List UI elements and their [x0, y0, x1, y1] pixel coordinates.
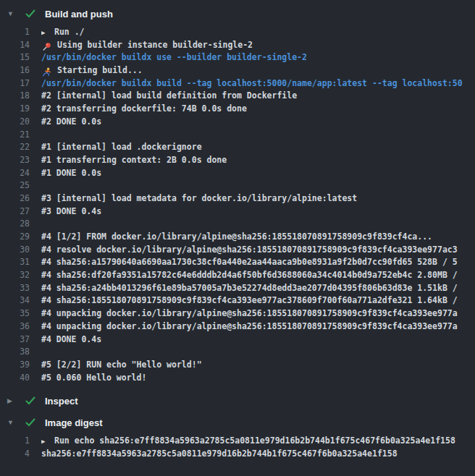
expand-group-icon[interactable]: ▶: [41, 27, 50, 39]
log-line: 35#4 unpacking docker.io/library/alpine@…: [0, 307, 475, 320]
line-text: Using builder instance builder-single-2: [57, 40, 253, 50]
log-line: 1▶Run ./: [0, 26, 475, 39]
section-build-and-push: ▼Build and push1▶Run ./14Using builder i…: [0, 6, 475, 384]
line-number[interactable]: 1: [0, 26, 30, 39]
line-text: #4 unpacking docker.io/library/alpine@sh…: [41, 308, 458, 318]
line-number[interactable]: 22: [0, 141, 30, 154]
section-inspect: ▶Inspect: [0, 393, 475, 409]
line-number[interactable]: 32: [0, 269, 30, 282]
log-line: 30#4 resolve docker.io/library/alpine@sh…: [0, 244, 475, 257]
log-line: 18#2 [internal] load build definition fr…: [0, 90, 475, 103]
line-text: Starting build...: [57, 65, 143, 75]
log-line: 20#2 DONE 0.0s: [0, 116, 475, 129]
section-header-image-digest[interactable]: ▼Image digest: [0, 415, 475, 430]
line-number[interactable]: 33: [0, 282, 30, 295]
log-line: 40#5 0.060 Hello world!: [0, 372, 475, 385]
line-content: #5 0.060 Hello world!: [41, 372, 475, 385]
log-line: 28: [0, 218, 475, 231]
line-content: #4 [1/2] FROM docker.io/library/alpine@s…: [41, 231, 475, 244]
log-line: 27#3 DONE 0.4s: [0, 205, 475, 218]
log-line: 29#4 [1/2] FROM docker.io/library/alpine…: [0, 231, 475, 244]
line-number[interactable]: 19: [0, 103, 30, 116]
log-lines: 1▶Run echo sha256:e7ff8834a5963a2785c5a0…: [0, 435, 475, 460]
line-number[interactable]: 14: [0, 39, 30, 52]
success-check-icon: [25, 395, 36, 407]
line-text: #5 [2/2] RUN echo "Hello world!": [41, 360, 202, 370]
line-number[interactable]: 18: [0, 90, 30, 103]
log-line: 22#1 [internal] load .dockerignore: [0, 141, 475, 154]
line-text: #1 [internal] load .dockerignore: [41, 142, 202, 152]
chevron-right-icon[interactable]: ▶: [7, 393, 25, 409]
runner-icon: [41, 66, 52, 77]
line-content: #4 unpacking docker.io/library/alpine@sh…: [41, 307, 475, 320]
section-image-digest: ▼Image digest1▶Run echo sha256:e7ff8834a…: [0, 415, 475, 460]
section-header-build-and-push[interactable]: ▼Build and push: [0, 6, 475, 22]
log-line: 19#2 transferring dockerfile: 74B 0.0s d…: [0, 103, 475, 116]
line-content: #4 DONE 0.4s: [41, 333, 475, 347]
section-title: Image digest: [45, 417, 102, 428]
line-content: [41, 218, 475, 231]
line-number[interactable]: 29: [0, 231, 30, 244]
log-line: 33#4 sha256:a24bb4013296f61e89ba57005a7b…: [0, 282, 475, 295]
pushpin-icon: [41, 41, 52, 52]
line-number[interactable]: 36: [0, 320, 30, 333]
chevron-down-icon[interactable]: ▼: [7, 6, 25, 22]
line-number[interactable]: 17: [0, 77, 30, 90]
line-text: #4 sha256:df20fa9351a15782c64e6dddb2d4a6…: [41, 270, 458, 280]
log-line: 21: [0, 129, 475, 142]
line-number[interactable]: 25: [0, 179, 30, 192]
line-number[interactable]: 28: [0, 218, 30, 231]
line-content: ▶Run echo sha256:e7ff8834a5963a2785c5a08…: [41, 435, 475, 448]
line-text: #4 DONE 0.4s: [41, 334, 101, 344]
line-number[interactable]: 15: [0, 51, 30, 64]
line-text: /usr/bin/docker buildx use --builder bui…: [41, 52, 307, 62]
line-number[interactable]: 30: [0, 244, 30, 257]
line-number[interactable]: 24: [0, 167, 30, 180]
line-number[interactable]: 26: [0, 192, 30, 205]
line-number[interactable]: 31: [0, 256, 30, 269]
line-content: #3 DONE 0.4s: [41, 205, 475, 218]
log-line: 38: [0, 346, 475, 359]
line-number[interactable]: 4: [0, 448, 30, 461]
line-number[interactable]: 40: [0, 372, 30, 385]
line-number[interactable]: 37: [0, 333, 30, 347]
line-text: #3 [internal] load metadata for docker.i…: [41, 193, 357, 203]
line-number[interactable]: 39: [0, 359, 30, 372]
line-content: #2 DONE 0.0s: [41, 116, 475, 129]
line-content: #1 transferring context: 2B 0.0s done: [41, 154, 475, 167]
line-content: #1 [internal] load .dockerignore: [41, 141, 475, 154]
line-content: Using builder instance builder-single-2: [41, 39, 475, 52]
log-line: 34#4 sha256:185518070891758909c9f839cf4c…: [0, 294, 475, 307]
log-line: 26#3 [internal] load metadata for docker…: [0, 192, 475, 205]
line-text: #5 0.060 Hello world!: [41, 373, 146, 383]
line-number[interactable]: 21: [0, 129, 30, 142]
expand-group-icon[interactable]: ▶: [41, 435, 50, 448]
section-header-inspect[interactable]: ▶Inspect: [0, 393, 475, 409]
line-content: #4 sha256:a15790640a6690aa1730c38cf0a440…: [41, 256, 475, 269]
line-number[interactable]: 27: [0, 205, 30, 218]
line-number[interactable]: 16: [0, 64, 30, 77]
line-content: [41, 179, 475, 192]
log-line: 36#4 unpacking docker.io/library/alpine@…: [0, 320, 475, 333]
line-text: #2 [internal] load build definition from…: [41, 90, 297, 101]
line-number[interactable]: 38: [0, 346, 30, 359]
line-number[interactable]: 35: [0, 307, 30, 320]
line-text: #1 DONE 0.0s: [41, 168, 101, 178]
line-content: #4 sha256:df20fa9351a15782c64e6dddb2d4a6…: [41, 269, 475, 282]
success-check-icon: [25, 8, 36, 20]
line-text: sha256:e7ff8834a5963a2785c5a0811e979d16b…: [41, 449, 398, 459]
line-number[interactable]: 23: [0, 154, 30, 167]
log-line: 31#4 sha256:a15790640a6690aa1730c38cf0a4…: [0, 256, 475, 269]
line-text: Run ./: [54, 27, 85, 37]
log-lines: 1▶Run ./14Using builder instance builder…: [0, 26, 475, 384]
line-number[interactable]: 1: [0, 435, 30, 448]
line-content: #4 unpacking docker.io/library/alpine@sh…: [41, 320, 475, 333]
line-content: [41, 346, 475, 359]
line-content: #2 transferring dockerfile: 74B 0.0s don…: [41, 103, 475, 116]
chevron-down-icon[interactable]: ▼: [7, 415, 25, 430]
line-content: #4 sha256:185518070891758909c9f839cf4ca3…: [41, 294, 475, 307]
line-number[interactable]: 20: [0, 116, 30, 129]
line-text: #4 unpacking docker.io/library/alpine@sh…: [41, 321, 458, 331]
line-number[interactable]: 34: [0, 294, 30, 307]
success-check-icon: [25, 417, 36, 428]
